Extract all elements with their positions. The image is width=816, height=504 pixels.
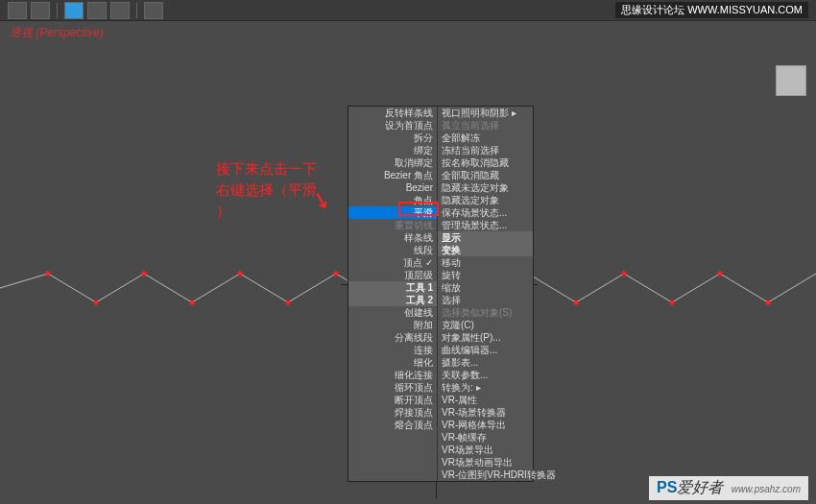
menu-item-menu-right-2[interactable]: 全部解冻 [438,132,533,144]
menu-item-menu-right-0[interactable]: 视口照明和阴影 ▸ [438,107,533,119]
menu-item-menu-right-11: 变换 [438,244,533,256]
menu-item-menu-left-21[interactable]: 细化连接 [348,369,437,381]
svg-point-12 [718,272,723,276]
menu-item-menu-right-1[interactable]: 孤立当前选择 [438,119,533,132]
toolbar-btn-2[interactable] [31,2,50,19]
menu-item-menu-left-24[interactable]: 焊接顶点 [348,406,437,419]
menu-item-menu-right-22[interactable]: 转换为: ▸ [438,381,533,394]
menu-item-menu-left-12[interactable]: 顶点 ✓ [348,256,437,269]
svg-point-13 [766,300,771,305]
toolbar-btn-6[interactable] [144,2,163,19]
svg-point-0 [46,272,51,276]
annotation-text: 接下来点击一下 右键选择（平滑 ） [216,158,317,222]
menu-item-menu-left-16[interactable]: 创建线 [348,306,437,319]
menu-item-menu-left-25[interactable]: 熔合顶点 [348,419,437,431]
toolbar-btn-4[interactable] [87,2,107,19]
menu-item-menu-left-0[interactable]: 反转样条线 [348,107,437,119]
quad-context-menu: 反转样条线设为首顶点拆分绑定取消绑定Bezier 角点Bezier角点平滑重置切… [348,106,534,482]
menu-item-menu-right-26[interactable]: VR-帧缓存 [438,431,533,444]
menu-item-menu-left-19[interactable]: 连接 [348,344,437,356]
menu-item-menu-left-10[interactable]: 样条线 [348,231,437,244]
menu-item-menu-right-3[interactable]: 冻结当前选择 [438,144,533,156]
menu-item-menu-right-4[interactable]: 按名称取消隐藏 [438,156,533,169]
menu-item-menu-right-19[interactable]: 曲线编辑器... [438,344,533,356]
toolbar-btn-5[interactable] [110,2,130,19]
menu-item-menu-right-6[interactable]: 隐藏未选定对象 [438,181,533,194]
menu-item-menu-right-10: 显示 [438,231,533,244]
menu-item-menu-right-5[interactable]: 全部取消隐藏 [438,169,533,181]
menu-item-menu-left-9[interactable]: 重置切线 [348,219,437,231]
watermark-top: 思缘设计论坛 WWW.MISSYUAN.COM [615,2,808,18]
menu-item-menu-right-20[interactable]: 摄影表... [438,356,533,369]
toolbar-btn-3[interactable] [64,2,84,19]
highlight-box [398,202,439,216]
menu-item-menu-left-22[interactable]: 循环顶点 [348,381,437,394]
menu-item-menu-left-2[interactable]: 拆分 [348,132,437,144]
svg-point-3 [190,300,195,305]
svg-point-2 [142,272,147,276]
svg-point-11 [670,300,675,305]
svg-point-4 [238,272,243,276]
menu-item-menu-right-14[interactable]: 缩放 [438,281,533,294]
svg-point-10 [622,272,627,276]
menu-item-menu-left-4[interactable]: 取消绑定 [348,156,437,169]
menu-item-menu-right-17[interactable]: 克隆(C) [438,319,533,331]
menu-item-menu-left-13[interactable]: 顶层级 [348,269,437,281]
menu-item-menu-right-21[interactable]: 关联参数... [438,369,533,381]
menu-item-menu-right-15[interactable]: 选择 [438,294,533,306]
menu-item-menu-right-28[interactable]: VR场景动画导出 [438,456,533,468]
menu-item-menu-left-18[interactable]: 分离线段 [348,331,437,344]
menu-item-menu-left-3[interactable]: 绑定 [348,144,437,156]
svg-point-9 [574,300,579,305]
watermark-bottom: PS爱好者 www.psahz.com [649,476,808,500]
menu-item-menu-left-5[interactable]: Bezier 角点 [348,169,437,181]
menu-item-menu-left-20[interactable]: 细化 [348,356,437,369]
menu-item-menu-right-8[interactable]: 保存场景状态... [438,206,533,219]
menu-item-menu-left-6[interactable]: Bezier [348,181,437,194]
toolbar-btn-1[interactable] [8,2,27,19]
viewcube[interactable] [776,65,806,96]
menu-item-menu-right-7[interactable]: 隐藏选定对象 [438,194,533,206]
menu-item-menu-left-23[interactable]: 断开顶点 [348,394,437,406]
menu-item-menu-right-16[interactable]: 选择类似对象(S) [438,306,533,319]
menu-item-menu-right-23[interactable]: VR-属性 [438,394,533,406]
menu-item-menu-left-1[interactable]: 设为首顶点 [348,119,437,132]
svg-point-5 [286,300,291,305]
viewport-label: 透视 (Perspective) [10,25,104,41]
menu-item-menu-right-29[interactable]: VR-位图到VR-HDRI转换器 [438,468,533,481]
svg-point-6 [334,272,339,276]
menu-item-menu-right-13[interactable]: 旋转 [438,269,533,281]
menu-item-menu-right-25[interactable]: VR-网格体导出 [438,419,533,431]
menu-item-menu-left-15: 工具 2 [348,294,437,306]
menu-item-menu-right-27[interactable]: VR场景导出 [438,444,533,456]
menu-item-menu-right-12[interactable]: 移动 [438,256,533,269]
menu-item-menu-left-11[interactable]: 线段 [348,244,437,256]
menu-item-menu-right-18[interactable]: 对象属性(P)... [438,331,533,344]
menu-item-menu-right-9[interactable]: 管理场景状态... [438,219,533,231]
menu-item-menu-left-17[interactable]: 附加 [348,319,437,331]
svg-point-1 [94,300,99,305]
menu-item-menu-right-24[interactable]: VR-场景转换器 [438,406,533,419]
menu-item-menu-left-14: 工具 1 [348,281,437,294]
